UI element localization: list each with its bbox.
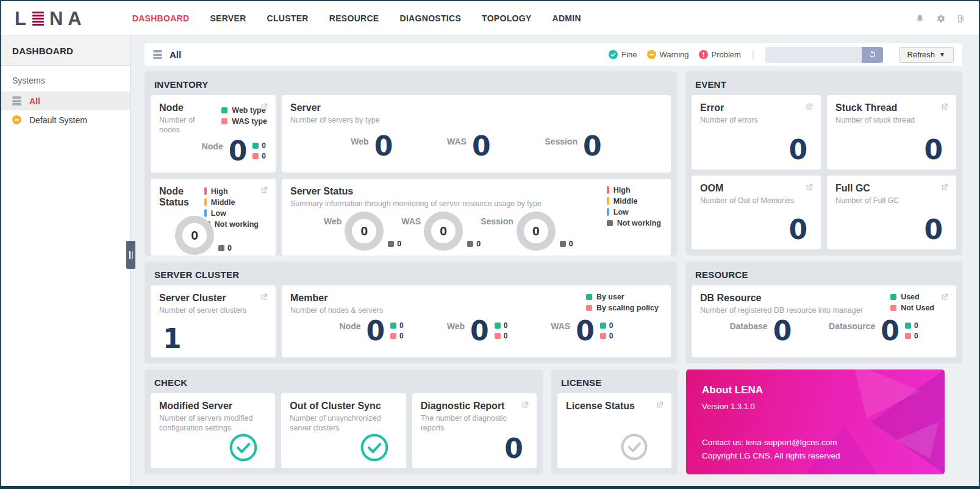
about-contact: Contact us: lena-support@lgcns.com [702,438,929,447]
by-user-square-icon [600,323,606,329]
diagnostic-report-count: 0 [504,437,523,461]
main-menu: DASHBOARD SERVER CLUSTER RESOURCE DIAGNO… [132,13,581,23]
card-subtitle: Number of unsynchronized server clusters [290,413,397,433]
used-square-icon [905,323,911,329]
top-navbar: L N A DASHBOARD SERVER CLUSTER RESOURCE … [1,1,979,36]
bell-icon[interactable] [915,13,925,24]
server-cluster-panel: SERVER CLUSTER Server Cluster Number of … [145,262,677,363]
gear-icon[interactable] [935,13,946,24]
card-title: Error [700,102,812,113]
sidebar-collapse-handle[interactable] [126,241,135,269]
about-lena-card: About LENA Version 1.3.1.0 Contact us: l… [686,369,945,474]
card-subtitle: Number of Full GC [835,196,948,205]
nav-item-diagnostics[interactable]: DIAGNOSTICS [400,13,462,23]
nav-item-resource[interactable]: RESOURCE [329,13,379,23]
license-status-card: License Status [557,393,671,468]
card-subtitle: Number of errors [700,115,812,125]
not-working-square-icon [560,241,566,247]
external-link-icon[interactable] [939,291,950,302]
web-type-square-icon [252,143,259,149]
web-status-donut: Web 0 0 [324,212,401,251]
card-subtitle: Number of servers by type [290,115,662,125]
logout-icon[interactable] [956,13,965,24]
card-title: License Status [566,401,663,412]
not-working-square-icon [467,241,473,247]
card-title: Full GC [835,183,948,194]
about-version: Version 1.3.1.0 [702,402,929,411]
card-title: Diagnostic Report [421,401,528,412]
by-user-square-icon [586,294,592,300]
error-card: Error Number of errors 0 [692,95,821,170]
high-bar-icon [607,186,609,194]
nav-item-cluster[interactable]: CLUSTER [267,13,309,23]
system-header-actions: Fine Warning Problem [609,47,954,63]
modified-server-card: Modified Server Number of servers modifi… [151,393,275,468]
session-status-donut: Session 0 0 [481,212,573,251]
nav-item-dashboard[interactable]: DASHBOARD [132,13,190,23]
server-cluster-card: Server Cluster Number of server clusters… [151,285,276,357]
by-scaling-policy-square-icon [495,333,501,339]
not-working-square-icon [218,245,224,251]
sidebar-item-default-system[interactable]: Default System [1,110,130,129]
card-title: Member [290,293,383,304]
external-link-icon[interactable] [259,185,270,196]
by-user-square-icon [390,323,396,329]
minus-circle-icon [647,50,656,59]
middle-bar-icon [204,198,207,206]
external-link-icon[interactable] [654,399,665,410]
full-gc-count: 0 [924,218,943,242]
ok-check-circle-icon [360,433,389,462]
card-title: Stuck Thread [835,102,948,113]
external-link-icon[interactable] [804,182,815,193]
license-panel: LICENSE License Status [551,369,678,474]
event-panel-title: EVENT [692,77,956,95]
card-subtitle: Number of Out of Memories [700,196,812,205]
lena-logo[interactable]: L N A [15,9,82,28]
inventory-panel: INVENTORY Node Number of nodes [145,71,677,255]
nav-item-topology[interactable]: TOPOLOGY [482,13,532,23]
node-status-donut: 0 0 [175,216,232,255]
was-type-square-icon [221,118,227,124]
external-link-icon[interactable] [939,182,950,193]
refresh-dropdown-button[interactable]: Refresh ▼ [899,47,954,63]
server-card: Server Number of servers by type Web 0 W… [282,95,671,173]
sidebar-item-label: Default System [29,115,87,125]
sidebar: DASHBOARD Systems All Default System [1,36,131,486]
warning-minus-icon [12,115,21,124]
card-subtitle: Number of nodes [159,115,216,135]
search-input[interactable] [765,47,862,63]
logo-letter-n: N [49,9,63,28]
server-web-stat: Web 0 [351,134,393,159]
database-icon [153,50,162,59]
license-panel-title: LICENSE [557,376,671,393]
main-content: All Fine Warning [131,36,979,486]
external-link-icon[interactable] [259,291,270,302]
sidebar-item-label: All [29,96,40,106]
external-link-icon[interactable] [804,101,815,112]
legend-fine: Fine [609,50,637,59]
server-session-stat: Session 0 [545,134,601,159]
legend-problem: Problem [699,50,741,59]
stuck-thread-count: 0 [924,138,943,162]
card-title: Server [290,102,662,113]
not-used-square-icon [905,333,911,339]
datasource-stat: Datasource 0 0 0 [829,319,918,343]
nav-item-server[interactable]: SERVER [210,13,246,23]
resource-panel-title: RESOURCE [692,268,956,285]
by-scaling-policy-square-icon [390,333,396,339]
sidebar-item-all[interactable]: All [1,91,130,110]
external-link-icon[interactable] [259,101,270,112]
nav-item-admin[interactable]: ADMIN [553,13,581,23]
by-scaling-policy-square-icon [600,333,606,339]
sidebar-section-label: Systems [1,66,130,91]
system-title: All [170,49,181,60]
middle-bar-icon [607,197,609,205]
sidebar-title: DASHBOARD [1,36,130,66]
external-link-icon[interactable] [939,101,950,112]
external-link-icon[interactable] [520,399,531,410]
card-title: OOM [700,183,812,194]
search-refresh-button[interactable] [862,47,883,63]
server-cluster-count: 1 [163,327,182,351]
server-cluster-panel-title: SERVER CLUSTER [151,268,671,285]
check-panel-title: CHECK [151,376,537,393]
